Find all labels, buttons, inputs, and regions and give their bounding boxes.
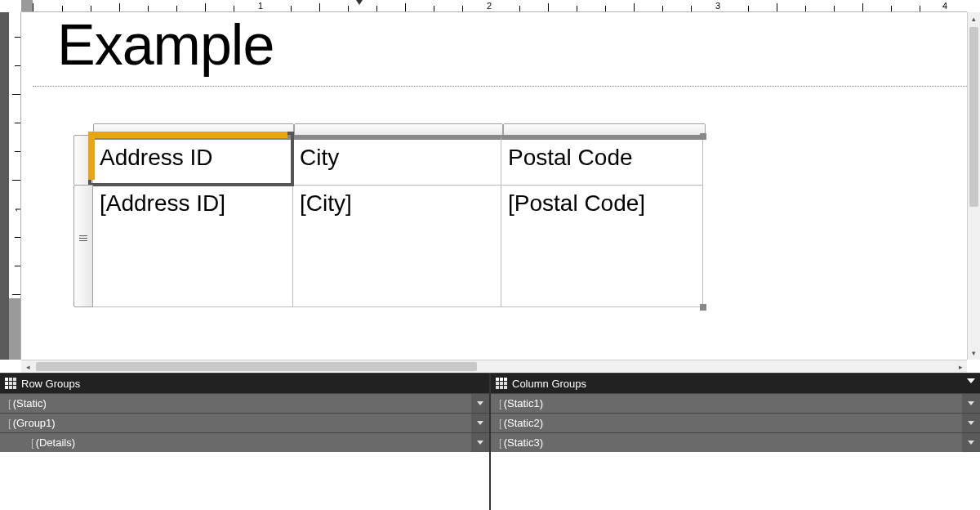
group-label: (Details) — [36, 436, 75, 449]
group-dropdown-button[interactable] — [962, 433, 980, 452]
resize-handle[interactable] — [700, 304, 706, 311]
grouping-pane[interactable]: Row Groups [ (Static) [ (Group1) [ (Deta… — [0, 373, 980, 510]
section-divider — [33, 86, 967, 87]
group-bracket-icon: [ — [8, 397, 11, 409]
tablix-header-cell[interactable]: Postal Code — [501, 135, 703, 186]
column-group-item[interactable]: [ (Static2) — [491, 413, 980, 432]
group-dropdown-button[interactable] — [471, 433, 489, 452]
row-groups-title: Row Groups — [21, 378, 80, 390]
group-dropdown-button[interactable] — [962, 414, 980, 432]
column-group-item[interactable]: [ (Static1) — [491, 393, 980, 413]
group-label: (Static1) — [504, 397, 543, 409]
group-bracket-icon: [ — [499, 436, 502, 449]
column-groups-icon — [496, 378, 507, 389]
row-groups-header[interactable]: Row Groups — [0, 374, 489, 393]
vertical-ruler[interactable]: 1 — [0, 12, 21, 360]
horizontal-ruler[interactable]: 1 2 3 4 — [21, 0, 967, 12]
tablix-data-cell[interactable]: [Postal Code] — [501, 185, 703, 307]
detail-row-icon — [79, 234, 87, 243]
ruler-unit: 3 — [715, 0, 720, 11]
group-bracket-icon: [ — [499, 397, 502, 409]
group-label: (Static3) — [504, 436, 543, 449]
row-handle[interactable] — [74, 135, 93, 186]
vertical-scrollbar[interactable]: ▴ ▾ — [967, 12, 980, 360]
group-label: (Static2) — [504, 417, 543, 429]
horizontal-scrollbar[interactable]: ◂ ▸ — [21, 360, 967, 373]
row-handle[interactable] — [74, 185, 93, 307]
cell-text: Address ID — [100, 145, 213, 170]
scrollbar-thumb[interactable] — [969, 27, 978, 207]
group-bracket-icon: [ — [8, 417, 11, 429]
column-group-item[interactable]: [ (Static3) — [491, 432, 980, 452]
scroll-left-button[interactable]: ◂ — [21, 360, 34, 373]
tablix-data-cell[interactable]: [City] — [292, 185, 501, 307]
ruler-unit: 2 — [487, 0, 492, 11]
scrollbar-thumb[interactable] — [36, 362, 477, 371]
report-title-textbox[interactable]: Example — [57, 16, 967, 74]
tablix-header-cell[interactable]: Address ID — [92, 135, 293, 186]
row-groups-panel[interactable]: Row Groups [ (Static) [ (Group1) [ (Deta… — [0, 374, 491, 510]
cell-text: [Postal Code] — [508, 190, 645, 216]
tablix-data-cell[interactable]: [Address ID] — [92, 185, 293, 307]
ruler-pointer-icon — [356, 0, 363, 5]
resize-handle[interactable] — [700, 133, 706, 140]
group-dropdown-button[interactable] — [471, 414, 489, 432]
row-group-item[interactable]: [ (Details) — [0, 432, 489, 452]
tablix-header-cell[interactable]: City — [292, 135, 501, 186]
column-groups-title: Column Groups — [512, 378, 586, 390]
panel-menu-dropdown-icon[interactable] — [967, 378, 975, 383]
cell-text: Postal Code — [508, 145, 633, 170]
group-dropdown-button[interactable] — [962, 394, 980, 413]
report-design-surface[interactable]: Example Address ID City Postal Code — [33, 12, 967, 360]
scroll-up-button[interactable]: ▴ — [968, 12, 980, 25]
cell-text: [City] — [300, 190, 352, 216]
group-bracket-icon: [ — [499, 417, 502, 429]
ruler-unit: 1 — [14, 207, 21, 212]
scroll-down-button[interactable]: ▾ — [968, 347, 980, 360]
cell-text: [Address ID] — [100, 190, 225, 216]
scroll-right-button[interactable]: ▸ — [954, 360, 967, 373]
group-bracket-icon: [ — [31, 436, 34, 449]
row-group-item[interactable]: [ (Group1) — [0, 413, 489, 432]
cell-text: City — [300, 145, 339, 170]
column-groups-panel[interactable]: Column Groups [ (Static1) [ (Static2) [ … — [491, 374, 980, 510]
group-dropdown-button[interactable] — [471, 394, 489, 413]
row-groups-icon — [5, 378, 16, 389]
row-group-item[interactable]: [ (Static) — [0, 393, 489, 413]
group-label: (Static) — [13, 397, 47, 409]
column-groups-header[interactable]: Column Groups — [491, 374, 980, 393]
ruler-unit: 1 — [258, 0, 263, 11]
group-label: (Group1) — [13, 417, 56, 429]
ruler-unit: 4 — [942, 0, 947, 11]
tablix[interactable]: Address ID City Postal Code [Address ID]… — [74, 123, 706, 307]
